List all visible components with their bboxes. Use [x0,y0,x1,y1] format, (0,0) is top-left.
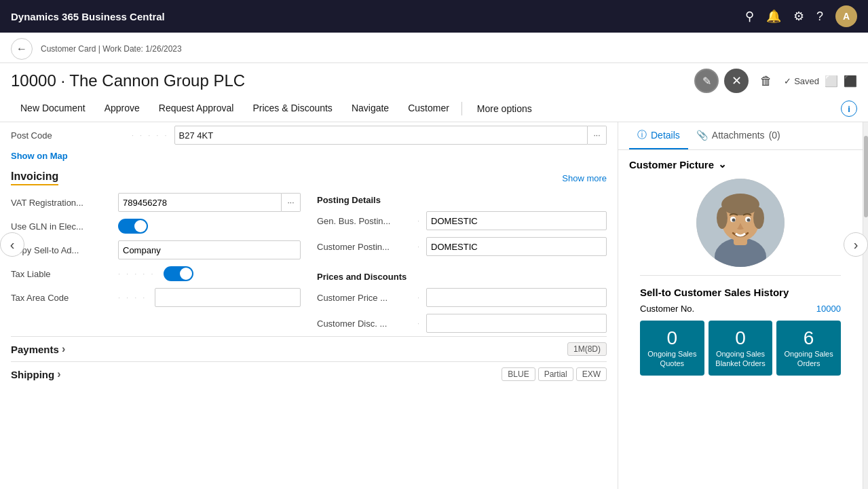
menu-item-navigate[interactable]: Navigate [342,96,398,122]
tax-area-code-select[interactable] [155,288,301,307]
nav-arrow-left[interactable]: ‹ [0,232,24,257]
tax-liable-dots: · · · · · [118,270,155,278]
vat-reg-field[interactable]: ··· [118,193,301,212]
main-content: Post Code · · · · · ··· Show on Map Invo… [0,122,868,489]
shipping-badge-exw: EXW [576,367,607,381]
title-row: 10000 · The Cannon Group PLC ✎ ✕ 🗑 ✓ Sav… [0,63,868,96]
prices-discounts-label: Prices and Discounts [317,266,607,285]
tax-liable-toggle[interactable] [164,266,193,281]
paperclip-icon: 📎 [696,130,708,141]
vat-reg-row: VAT Registration... ··· [11,189,301,215]
tax-liable-switch[interactable] [164,266,193,281]
customer-price-select[interactable] [426,288,607,307]
customer-price-row: Customer Price ... · [317,285,607,310]
gen-bus-dots: · [417,217,421,225]
sales-tile-quotes[interactable]: 0 Ongoing Sales Quotes [640,321,704,376]
tab-attachments[interactable]: 📎 Attachments (0) [688,122,789,149]
invoicing-section-header: Invoicing Show more [11,164,607,189]
sales-tile-orders[interactable]: 6 Ongoing Sales Orders [776,321,841,376]
shipping-chevron-icon: › [57,368,60,380]
bell-icon[interactable]: 🔔 [766,9,781,24]
topbar-icons: ⚲ 🔔 ⚙ ? A [745,5,857,27]
search-icon[interactable]: ⚲ [745,9,754,24]
sales-tile-blanket-orders[interactable]: 0 Ongoing Sales Blanket Orders [709,321,773,376]
tab-details[interactable]: ⓘ Details [629,122,688,149]
payments-chevron-icon: › [62,343,65,355]
left-panel: Post Code · · · · · ··· Show on Map Invo… [0,122,618,489]
customer-disc-label: Customer Disc. ... [317,319,412,329]
copy-sell-to-row: Copy Sell-to Ad... Company Person [11,237,301,263]
menu-item-customer[interactable]: Customer [398,96,459,122]
close-button[interactable]: ✕ [724,69,749,93]
show-more-link[interactable]: Show more [562,173,607,183]
customer-price-label: Customer Price ... [317,293,412,303]
gen-bus-posting-label: Gen. Bus. Postin... [317,216,412,226]
use-gln-toggle[interactable] [118,219,148,234]
checkmark-icon: ✓ [784,76,791,86]
page-wrapper: ← Customer Card | Work Date: 1/26/2023 1… [0,33,868,489]
topbar: Dynamics 365 Business Central ⚲ 🔔 ⚙ ? A [0,0,868,33]
copy-sell-to-select[interactable]: Company Person [118,240,301,259]
svg-point-9 [732,219,736,222]
post-code-label: Post Code [11,130,126,141]
posting-details-label: Posting Details [317,189,607,208]
svg-point-10 [747,219,751,222]
payments-section[interactable]: Payments › 1M(8D) [11,336,607,361]
menu-item-request-approval[interactable]: Request Approval [149,96,244,122]
gen-bus-posting-select[interactable]: DOMESTIC EU EXPORT [426,211,607,230]
svg-point-5 [717,207,728,229]
payments-badge: 1M(8D) [567,342,607,356]
customer-posting-row: Customer Postin... · DOMESTIC EU EXPORT [317,234,607,259]
avatar[interactable]: A [835,5,857,27]
post-code-row: Post Code · · · · · ··· [11,122,607,148]
orders-label: Ongoing Sales Orders [782,349,835,369]
attachments-count: (0) [769,130,780,141]
customer-no-row: Customer No. 10000 [640,304,841,314]
customer-disc-select[interactable] [426,314,607,333]
menu-divider [461,102,462,115]
shipping-section[interactable]: Shipping › BLUE Partial EXW [11,361,607,386]
scrollbar[interactable] [863,122,868,489]
post-code-input[interactable] [174,126,588,145]
orders-number: 6 [804,327,814,349]
nav-arrow-right[interactable]: › [844,232,868,257]
settings-icon[interactable]: ⚙ [793,9,804,24]
menu-item-prices-discounts[interactable]: Prices & Discounts [243,96,341,122]
help-icon[interactable]: ? [816,10,823,24]
invoicing-right: Posting Details Gen. Bus. Postin... · DO… [317,189,607,336]
delete-button[interactable]: 🗑 [754,69,778,93]
customer-picture-header[interactable]: Customer Picture ⌄ [629,158,852,170]
tab-details-label: Details [651,130,680,141]
scrollbar-thumb[interactable] [864,136,868,217]
customer-posting-select[interactable]: DOMESTIC EU EXPORT [426,237,607,256]
post-code-field[interactable]: ··· [174,126,607,145]
menu-item-approve[interactable]: Approve [95,96,149,122]
collapse-icon[interactable]: ⬛ [844,75,857,88]
use-gln-switch[interactable] [118,219,148,234]
back-button[interactable]: ← [11,38,33,60]
expand-icon[interactable]: ⬜ [825,75,838,88]
blanket-orders-number: 0 [735,327,746,349]
shipping-badges: BLUE Partial EXW [502,367,607,381]
customer-posting-label: Customer Postin... [317,242,412,252]
menu-more-options[interactable]: More options [468,96,542,121]
app-brand: Dynamics 365 Business Central [11,11,165,22]
customer-no-value[interactable]: 10000 [816,304,841,314]
title-icons: ⬜ ⬛ [825,75,857,88]
right-tabs: ⓘ Details 📎 Attachments (0) [618,122,863,150]
info-button[interactable]: i [841,101,857,117]
topbar-left: Dynamics 365 Business Central [11,11,165,22]
vat-reg-input[interactable] [118,193,282,212]
edit-button[interactable]: ✎ [694,69,719,93]
show-on-map-link[interactable]: Show on Map [11,148,607,164]
menubar: New Document Approve Request Approval Pr… [0,96,868,122]
gen-bus-posting-row: Gen. Bus. Postin... · DOMESTIC EU EXPORT [317,208,607,234]
vat-reg-options-button[interactable]: ··· [282,193,301,212]
customer-disc-row: Customer Disc. ... · [317,310,607,336]
svg-point-4 [721,194,759,215]
post-code-options-button[interactable]: ··· [588,126,607,145]
sales-history-title: Sell-to Customer Sales History [640,287,841,298]
use-gln-label: Use GLN in Elec... [11,221,113,232]
menu-item-new-document[interactable]: New Document [11,96,95,122]
customer-picture-label: Customer Picture [629,159,714,170]
